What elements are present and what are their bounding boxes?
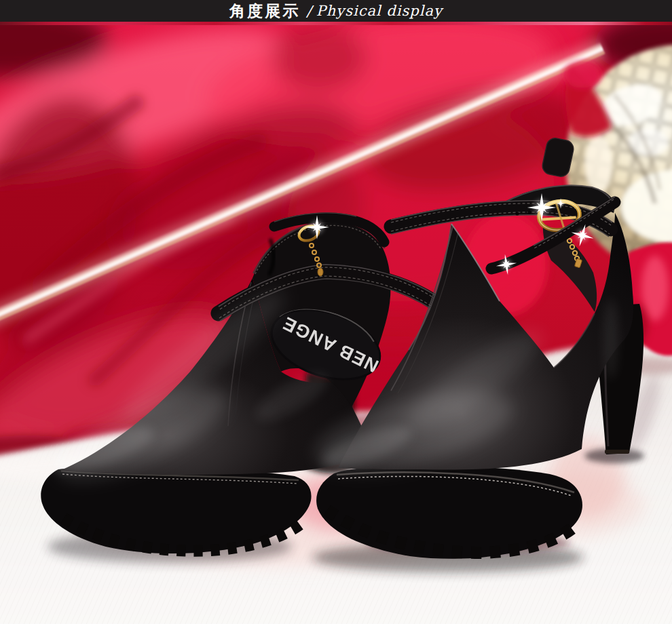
section-title-en: Physical display <box>316 3 443 19</box>
section-header: 角度展示 / Physical display <box>0 0 672 22</box>
header-accent-stripe <box>0 22 672 25</box>
product-photo: NEB ANGE <box>0 25 672 624</box>
section-title-divider: / <box>306 3 311 20</box>
section-title-zh: 角度展示 <box>229 1 300 22</box>
product-photo-section: 角度展示 / Physical display <box>0 0 672 624</box>
